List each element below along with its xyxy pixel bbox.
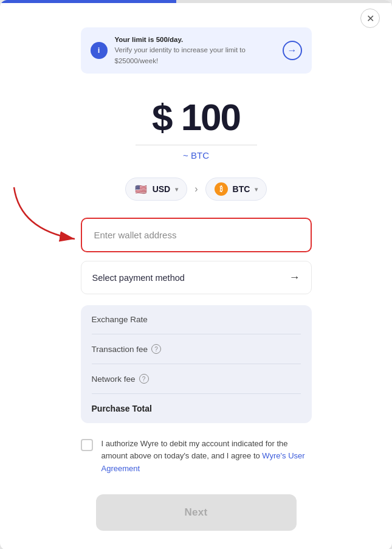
banner-line2: Verify your identity to increase your li… (115, 46, 246, 64)
network-fee-help-icon[interactable]: ? (139, 374, 149, 384)
purchase-total-row: Purchase Total (81, 394, 312, 423)
arrow-right-icon: → (287, 45, 297, 56)
amount-display: $ 100 (152, 95, 240, 139)
from-currency-chevron-icon: ▾ (175, 186, 178, 193)
authorize-text: I authorize Wyre to debit my account ind… (101, 438, 312, 474)
banner-text: Your limit is 500/day. Verify your ident… (115, 35, 275, 66)
to-currency-label: BTC (233, 184, 250, 194)
from-currency-label: USD (153, 184, 171, 194)
close-button[interactable]: ✕ (360, 9, 380, 28)
banner-arrow-button[interactable]: → (283, 41, 302, 60)
authorize-checkbox[interactable] (81, 439, 93, 451)
wallet-address-input[interactable] (81, 218, 312, 252)
currency-row: 🇺🇸 USD ▾ › ₿ BTC ▾ (125, 178, 267, 201)
to-currency-chevron-icon: ▾ (255, 186, 258, 193)
usd-flag-icon: 🇺🇸 (134, 182, 148, 196)
banner-line1: Your limit is 500/day. (115, 36, 184, 43)
transaction-fee-label: Transaction fee ? (92, 344, 162, 354)
from-currency-selector[interactable]: 🇺🇸 USD ▾ (125, 178, 188, 201)
btc-icon: ₿ (215, 182, 228, 196)
wallet-input-wrapper (81, 218, 312, 252)
transaction-fee-row: Transaction fee ? (81, 334, 312, 364)
info-icon: i (91, 42, 108, 59)
payment-method-label: Select payment method (92, 273, 185, 283)
network-fee-row: Network fee ? (81, 364, 312, 393)
annotation-arrow (8, 181, 87, 248)
currency-arrow-icon: › (194, 184, 198, 195)
amount-divider (136, 145, 257, 146)
network-fee-label: Network fee ? (92, 374, 149, 384)
authorize-row: I authorize Wyre to debit my account ind… (81, 438, 312, 474)
main-content: i Your limit is 500/day. Verify your ide… (0, 3, 392, 549)
to-currency-selector[interactable]: ₿ BTC ▾ (205, 178, 267, 201)
exchange-rate-row: Exchange Rate (81, 305, 312, 334)
fee-details-box: Exchange Rate Transaction fee ? Network … (81, 305, 312, 423)
exchange-rate-label: Exchange Rate (92, 315, 148, 324)
payment-method-selector[interactable]: Select payment method → (81, 261, 312, 294)
btc-label: ~ BTC (183, 150, 209, 161)
transaction-fee-help-icon[interactable]: ? (151, 344, 161, 354)
info-banner: i Your limit is 500/day. Verify your ide… (81, 27, 312, 74)
payment-arrow-icon: → (289, 271, 300, 284)
modal-container: ✕ i Your limit is 500/day. Verify your i… (0, 0, 392, 549)
purchase-total-label: Purchase Total (92, 404, 152, 413)
next-button[interactable]: Next (96, 494, 297, 531)
